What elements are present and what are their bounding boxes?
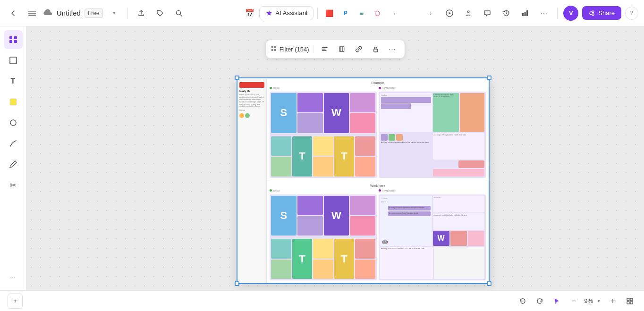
advanced-dot (379, 87, 381, 89)
undo-btn[interactable] (516, 294, 529, 308)
sticky-purple2 (297, 113, 323, 133)
sticky-red-sm (355, 136, 375, 156)
export-button[interactable] (134, 6, 149, 21)
link-btn[interactable] (351, 43, 366, 55)
cursor-tool-btn[interactable] (550, 294, 563, 308)
top-bar-left: Untitled Free ▾ (6, 6, 238, 21)
help-button[interactable]: ? (625, 7, 638, 20)
sticky-purple1 (297, 93, 323, 112)
work-sticky-s: S (271, 196, 297, 236)
sidebar-text-btn[interactable]: T (4, 72, 23, 91)
svg-rect-17 (10, 99, 17, 105)
sidebar-frames-btn[interactable] (4, 30, 23, 49)
tag-button[interactable] (153, 6, 168, 21)
sidebar-more-btn[interactable]: ··· (4, 268, 23, 286)
zoom-in-btn[interactable]: + (606, 294, 619, 308)
sidebar-scissors-btn[interactable]: ✂ (4, 176, 23, 194)
present-button[interactable] (461, 6, 476, 21)
sidebar-frame-tool-btn[interactable] (4, 51, 23, 70)
back-button[interactable] (6, 6, 21, 21)
history-button[interactable] (499, 6, 514, 21)
basic-row2: T T (271, 136, 375, 177)
sidebar-sticky-btn[interactable] (4, 92, 23, 111)
sidebar-pencil-btn[interactable] (4, 155, 23, 174)
share-label: Share (598, 9, 615, 17)
search-button[interactable] (171, 6, 186, 21)
user-avatar[interactable]: V (563, 6, 578, 21)
analytics-button[interactable] (517, 6, 533, 21)
ai-assistant-button[interactable]: AI Assistant (259, 6, 314, 20)
work-adv-cell1: Subtitle Detail 🤖 A strategy to capture … (380, 196, 432, 246)
expand-right-btn[interactable]: › (423, 6, 438, 21)
svg-rect-2 (28, 15, 36, 16)
cloud-icon (43, 8, 53, 18)
work-adv-w: W (433, 231, 449, 245)
basic-col-right2 (350, 93, 375, 133)
add-page-btn[interactable]: + (8, 294, 23, 309)
work-sticky-w: W (324, 196, 349, 236)
work-basic-label: Basic (270, 189, 377, 192)
zoom-dropdown-btn[interactable]: ▾ (595, 297, 602, 305)
align-btn[interactable] (317, 43, 332, 55)
adv-cell1-label: Limites (381, 94, 431, 96)
sidebar-pen-btn[interactable] (4, 134, 23, 153)
chat-button[interactable] (480, 6, 495, 21)
redo-btn[interactable] (533, 294, 546, 308)
ai-assistant-label: AI Assistant (276, 9, 308, 17)
work-adv-text: Advanced (382, 189, 395, 192)
title-chevron-button[interactable]: ▾ (107, 6, 122, 21)
more-floating-btn[interactable]: ··· (385, 43, 400, 55)
svg-rect-30 (627, 298, 629, 301)
calendar-icon-btn[interactable]: 📅 (242, 6, 257, 21)
left-sidebar: T ✂ ··· (0, 26, 26, 290)
work-basic-text: Basic (273, 189, 280, 192)
handle-tl[interactable] (235, 76, 239, 80)
sticky-s: S (271, 93, 297, 133)
work-adv-br1: A strategy to IMPROVE CONSTRUCTION THAT … (380, 247, 433, 279)
hr1 (271, 134, 375, 135)
handle-tr[interactable] (487, 76, 491, 80)
adv-text1: Collaborez autour du flux Boost. Boosté … (434, 94, 458, 98)
canvas-area[interactable]: Filter (154) ··· (26, 26, 644, 290)
handle-bl[interactable] (235, 281, 239, 286)
grid-view-btn[interactable] (623, 294, 636, 308)
svg-point-3 (158, 11, 159, 12)
share-button[interactable]: Share (582, 6, 621, 20)
example-cols: Basic S (270, 86, 486, 178)
sidebar-shapes-btn[interactable] (4, 113, 23, 132)
filter-label: Filter (154) (280, 46, 309, 53)
sticky-yellow-sm (313, 136, 333, 156)
plugin1-btn[interactable]: 🟥 (322, 6, 337, 21)
main-area: T ✂ ··· Filter (154) (0, 26, 644, 290)
adv-cell3-text: A strategy to better organizations from … (381, 142, 431, 143)
work-adv-pink1 (450, 231, 467, 245)
svg-rect-8 (525, 12, 526, 16)
toolbar-chevron-left[interactable]: ‹ (387, 6, 402, 21)
plugin2-btn[interactable]: P (338, 6, 353, 21)
sticky-orange-sm (313, 157, 333, 176)
play-button[interactable] (442, 6, 457, 21)
basic-col-mid2 (313, 136, 333, 177)
selection-frame[interactable]: family life Lorem ipsum dolor sit amet, … (237, 77, 490, 284)
svg-rect-23 (322, 47, 328, 48)
frame-btn[interactable] (334, 43, 349, 55)
zoom-out-btn[interactable]: − (567, 294, 580, 308)
more-options-button[interactable]: ⋯ (536, 6, 551, 21)
sticky-t2: T (334, 136, 355, 177)
plugin4-btn[interactable]: ⬡ (370, 6, 385, 21)
basic-sticky-area: S W (270, 92, 377, 178)
plugin3-btn[interactable]: ≡ (354, 6, 369, 21)
adv-cell1: Limites (380, 93, 432, 132)
sticky-pink1 (350, 113, 375, 133)
robot-icon: 🤖 (382, 239, 388, 244)
work-box2: A decision to ensure Guest Rooms are dur… (388, 211, 431, 216)
menu-button[interactable] (25, 6, 40, 21)
svg-point-11 (592, 14, 594, 16)
handle-br[interactable] (487, 281, 491, 286)
svg-rect-22 (274, 49, 276, 51)
svg-rect-26 (339, 47, 344, 51)
svg-rect-7 (522, 13, 524, 16)
top-bar-center: 📅 AI Assistant 🟥 P ≡ ⬡ ‹ (242, 6, 402, 21)
plan-badge: Free (85, 8, 103, 18)
lock-btn[interactable] (368, 43, 383, 55)
